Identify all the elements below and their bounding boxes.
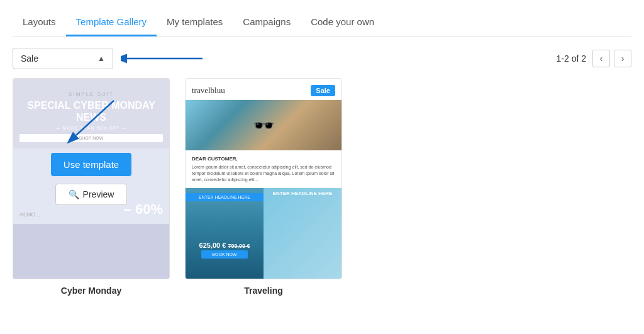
dropdown-value: Sale: [21, 53, 38, 64]
travel-body-lorem: Lorem ipsum dolor sit amet, consectetur …: [192, 164, 335, 182]
tab-template-gallery[interactable]: Template Gallery: [66, 9, 157, 36]
card-label-cyber-monday: Cyber Monday: [13, 286, 170, 296]
pagination-info: 1-2 of 2: [557, 53, 586, 64]
tab-campaigns[interactable]: Campaigns: [233, 9, 301, 36]
card-label-traveling: Traveling: [185, 286, 342, 296]
traveling-thumbnail-art: travelbluu Sale 🕶️ DEAR CUSTOMER, Lorem …: [186, 79, 341, 279]
svg-line-3: [76, 101, 114, 135]
cards-grid: Simple Suit SPECIAL CYBER MONDAY NEWS — …: [13, 78, 631, 315]
travel-enter-headline-right: ENTER HEADLINE HERE: [264, 188, 341, 199]
template-card-cyber-monday: Simple Suit SPECIAL CYBER MONDAY NEWS — …: [13, 78, 170, 296]
template-card-traveling: travelbluu Sale 🕶️ DEAR CUSTOMER, Lorem …: [185, 78, 342, 296]
toolbar-left: Sale ▲: [13, 48, 209, 69]
card-arrow-svg: [64, 97, 126, 148]
travel-logo: travelbluu: [192, 86, 225, 96]
sale-badge: Sale: [311, 85, 335, 96]
tab-my-templates[interactable]: My templates: [157, 9, 233, 36]
travel-price-value: 625,00 € 799,00 €: [186, 242, 264, 249]
blue-arrow-svg: [121, 50, 209, 67]
pagination-prev-button[interactable]: ‹: [592, 50, 610, 67]
pagination: 1-2 of 2 ‹ ›: [557, 50, 631, 67]
search-icon: 🔍: [69, 189, 79, 199]
travel-header: travelbluu Sale: [186, 79, 341, 100]
travel-enter-headline: ENTER HEADLINE HERE: [186, 193, 264, 201]
travel-left-image: ENTER HEADLINE HERE 625,00 € 799,00 € BO…: [186, 188, 264, 279]
page-container: Layouts Template Gallery My templates Ca…: [0, 0, 644, 315]
card-overlay-cyber-monday: Use template 🔍 Preview: [13, 79, 169, 279]
travel-dear-customer: DEAR CUSTOMER,: [192, 155, 335, 162]
travel-price-block: 625,00 € 799,00 € BOOK NOW: [186, 242, 264, 260]
pagination-next-button[interactable]: ›: [614, 50, 631, 67]
chevron-down-icon: ▲: [97, 54, 105, 63]
filter-dropdown[interactable]: Sale ▲: [13, 48, 113, 69]
sunglasses-icon: 🕶️: [253, 115, 275, 136]
travel-headline-overlay: ENTER HEADLINE HERE: [186, 193, 264, 201]
travel-right-image: ENTER HEADLINE HERE: [264, 188, 341, 279]
card-thumbnail-traveling[interactable]: travelbluu Sale 🕶️ DEAR CUSTOMER, Lorem …: [185, 78, 342, 279]
tabs-bar: Layouts Template Gallery My templates Ca…: [13, 0, 631, 36]
travel-body-text: DEAR CUSTOMER, Lorem ipsum dolor sit ame…: [186, 150, 341, 188]
use-template-button[interactable]: Use template: [51, 153, 131, 176]
tab-layouts[interactable]: Layouts: [13, 9, 66, 36]
card-annotation-arrow: [64, 97, 126, 150]
card-thumbnail-cyber-monday[interactable]: Simple Suit SPECIAL CYBER MONDAY NEWS — …: [13, 78, 170, 279]
travel-bottom-section: ENTER HEADLINE HERE 625,00 € 799,00 € BO…: [186, 188, 341, 279]
travel-book-now: BOOK NOW: [201, 250, 248, 259]
travel-hero-image: 🕶️: [186, 100, 341, 150]
toolbar: Sale ▲ 1-2 of 2 ‹ ›: [13, 36, 631, 78]
preview-button[interactable]: 🔍 Preview: [55, 184, 128, 205]
annotation-arrow: [121, 50, 209, 67]
tab-code-your-own[interactable]: Code your own: [301, 9, 384, 36]
